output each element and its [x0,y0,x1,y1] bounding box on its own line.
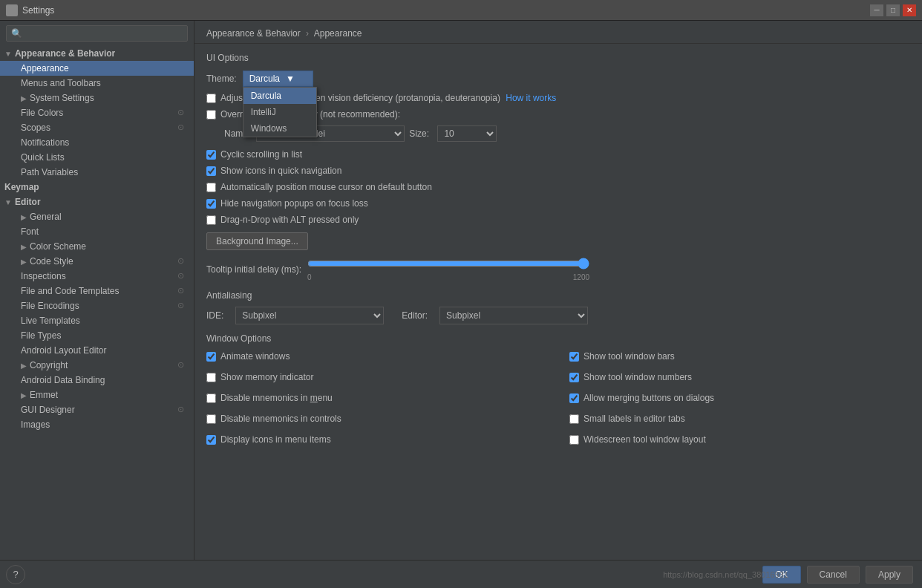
show-icons-checkbox[interactable] [206,166,216,176]
content-area: Appearance & Behavior › Appearance UI Op… [194,21,922,560]
sidebar-item-file-encodings[interactable]: File Encodings ⊙ [0,298,194,313]
content-inner: UI Options Theme: Darcula ▼ Darcula Inte… [194,44,922,460]
theme-row: Theme: Darcula ▼ Darcula IntelliJ Window… [206,71,910,87]
search-box[interactable]: 🔍 [6,25,188,42]
sidebar-item-file-code-templates[interactable]: File and Code Templates ⊙ [0,284,194,298]
theme-select-container: Darcula ▼ Darcula IntelliJ Windows [243,71,313,87]
sidebar-item-images[interactable]: Images [0,417,194,432]
sidebar-item-system-settings[interactable]: ▶ System Settings [0,91,194,105]
window-controls: ─ □ ✕ [870,4,916,16]
window-options-grid: Animate windows Show tool window bars Sh… [206,351,910,451]
sidebar-item-label: Images [21,419,50,430]
show-icons-label: Show icons in quick navigation [220,166,341,176]
help-button[interactable]: ? [6,565,25,584]
breadcrumb-separator: › [306,28,309,39]
sidebar-item-label: Android Layout Editor [21,345,106,356]
apply-button[interactable]: Apply [866,566,913,584]
show-tool-numbers-checkbox[interactable] [569,373,579,382]
show-memory-checkbox[interactable] [206,373,216,382]
dragdrop-checkbox[interactable] [206,215,216,225]
sidebar-item-editor[interactable]: ▼ Editor [0,195,194,209]
theme-option-darcula[interactable]: Darcula [243,88,316,104]
how-it-works-link[interactable]: How it works [506,93,556,103]
small-labels-row: Small labels in editor tabs [569,414,910,424]
disable-mnemonics-menu-checkbox[interactable] [206,393,216,403]
sidebar-item-code-style[interactable]: ▶ Code Style ⊙ [0,254,194,269]
show-toolbars-checkbox[interactable] [569,352,579,362]
show-icons-row: Show icons in quick navigation [206,166,910,176]
app-icon [6,4,18,16]
allow-merge-checkbox[interactable] [569,393,579,403]
sidebar-item-quick-lists[interactable]: Quick Lists [0,150,194,165]
display-icons-checkbox[interactable] [206,435,216,445]
sidebar-item-file-colors[interactable]: File Colors ⊙ [0,105,194,120]
breadcrumb: Appearance & Behavior › Appearance [194,21,922,44]
animate-windows-checkbox[interactable] [206,352,216,362]
disable-mnemonics-ctrl-checkbox[interactable] [206,414,216,424]
theme-dropdown-button[interactable]: Darcula ▼ [243,71,313,87]
search-input[interactable] [25,28,183,39]
sidebar-item-general[interactable]: ▶ General [0,209,194,224]
sidebar-item-gui-designer[interactable]: GUI Designer ⊙ [0,402,194,417]
close-button[interactable]: ✕ [903,4,916,16]
editor-aa-select[interactable]: Subpixel Greyscale No antialiasing [439,307,588,324]
font-size-select[interactable]: 10 [437,125,497,142]
cyclic-scrolling-checkbox[interactable] [206,150,216,160]
sidebar-item-file-types[interactable]: File Types [0,328,194,343]
theme-option-windows[interactable]: Windows [243,120,316,137]
antialiasing-section: Antialiasing IDE: Subpixel Greyscale No … [206,290,910,324]
sidebar-item-label: GUI Designer [21,405,75,415]
sidebar-item-font[interactable]: Font [0,224,194,239]
sidebar-item-appearance[interactable]: Appearance [0,61,194,76]
sidebar-item-notifications[interactable]: Notifications [0,135,194,150]
cyclic-scrolling-label: Cyclic scrolling in list [220,149,302,160]
sidebar-item-menus-toolbars[interactable]: Menus and Toolbars [0,76,194,91]
ide-aa-select[interactable]: Subpixel Greyscale No antialiasing [235,307,384,324]
sidebar-item-scopes[interactable]: Scopes ⊙ [0,120,194,135]
cancel-button[interactable]: Cancel [807,566,860,584]
bg-image-button[interactable]: Background Image... [206,232,308,250]
tooltip-slider[interactable] [307,258,589,270]
auto-mouse-checkbox[interactable] [206,183,216,192]
adjust-colors-checkbox[interactable] [206,94,216,103]
dropdown-arrow-icon: ▼ [286,74,295,84]
sidebar-item-android-data-binding[interactable]: Android Data Binding [0,373,194,388]
widescreen-checkbox[interactable] [569,435,579,445]
ide-aa-label: IDE: [206,310,223,321]
sidebar-item-emmet[interactable]: ▶ Emmet [0,388,194,402]
auto-mouse-row: Automatically position mouse cursor on d… [206,182,910,192]
theme-dropdown-menu: Darcula IntelliJ Windows [243,87,317,137]
small-labels-checkbox[interactable] [569,414,579,424]
theme-option-intellij[interactable]: IntelliJ [243,104,316,120]
disable-mnemonics-ctrl-label: Disable mnemonics in controls [220,414,341,424]
sidebar-item-appearance-behavior[interactable]: ▼ Appearance & Behavior [0,46,194,61]
sidebar-item-keymap[interactable]: Keymap [0,180,194,195]
sidebar-item-copyright[interactable]: ▶ Copyright ⊙ [0,358,194,373]
sidebar-item-label: File Colors [21,108,63,118]
editor-aa-label: Editor: [402,310,428,321]
sidebar-item-label: File Encodings [21,301,79,311]
sidebar-item-label: Menus and Toolbars [21,78,101,88]
arrow-icon: ▼ [4,50,12,58]
settings-icon: ⊙ [177,360,188,370]
hide-nav-checkbox[interactable] [206,199,216,209]
maximize-button[interactable]: □ [886,4,900,16]
search-icon: 🔍 [11,28,22,39]
sidebar-item-android-layout[interactable]: Android Layout Editor [0,343,194,358]
dragdrop-label: Drag-n-Drop with ALT pressed only [220,215,359,225]
settings-icon: ⊙ [177,286,188,296]
watermark: https://blog.csdn.net/qq_38016931 [663,570,788,579]
sidebar-item-label: Scopes [21,122,50,133]
sidebar-item-inspections[interactable]: Inspections ⊙ [0,269,194,284]
sidebar-item-color-scheme[interactable]: ▶ Color Scheme [0,239,194,254]
sidebar-item-label: File and Code Templates [21,286,120,296]
sidebar-item-label: Appearance & Behavior [15,48,115,59]
override-font-checkbox[interactable] [206,110,216,120]
disable-mnemonics-menu-row: Disable mnemonics in menu [206,393,547,403]
minimize-button[interactable]: ─ [870,4,883,16]
show-memory-label: Show memory indicator [220,372,313,382]
sidebar-item-path-variables[interactable]: Path Variables [0,165,194,180]
theme-selected-label: Darcula [249,74,280,84]
bg-image-container: Background Image... [206,232,910,250]
sidebar-item-live-templates[interactable]: Live Templates [0,313,194,328]
